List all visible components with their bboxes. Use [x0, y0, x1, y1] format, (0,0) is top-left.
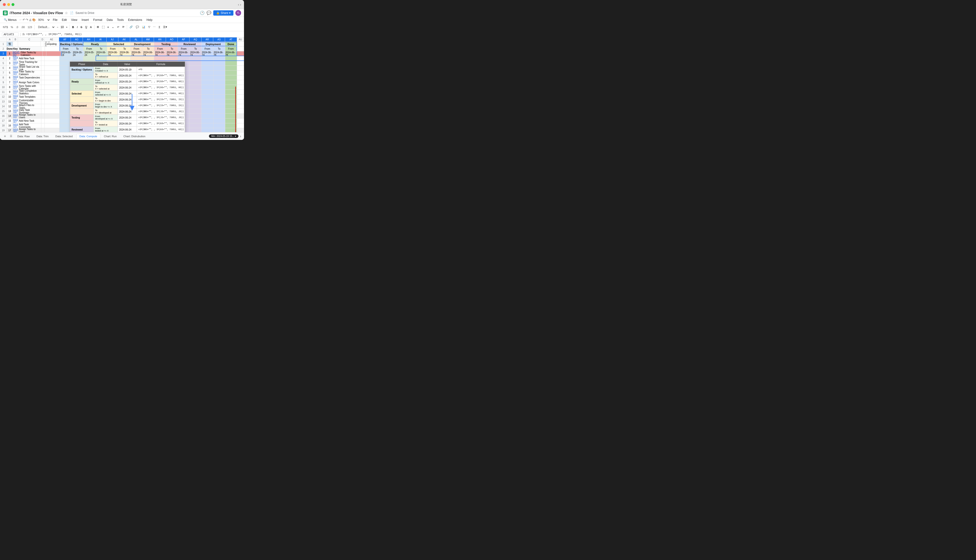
text-color-btn[interactable]: A — [89, 25, 93, 29]
filter-btn[interactable]: ▽ — [147, 25, 151, 29]
wrap-btn[interactable]: ↵ — [116, 25, 120, 29]
cell-a1[interactable]: 引 — [7, 42, 13, 46]
format-num-btn[interactable]: 123 — [27, 25, 33, 29]
col-ag[interactable]: AG — [71, 37, 83, 42]
comment-icon[interactable]: 💬 — [207, 10, 211, 15]
menu-edit[interactable]: Edit — [60, 18, 69, 22]
print-btn[interactable]: 🖨 — [29, 18, 32, 22]
undo-btn[interactable]: ↶ — [23, 18, 25, 22]
tab-data-trim[interactable]: Data: Trim — [33, 133, 52, 139]
col-aj[interactable]: AJ — [107, 37, 119, 42]
italic-btn[interactable]: I — [76, 25, 79, 29]
col-au[interactable]: AU — [237, 37, 244, 42]
col-c[interactable]: C — [18, 37, 40, 42]
col-al[interactable]: AL — [130, 37, 142, 42]
percent-btn[interactable]: % — [10, 25, 14, 29]
minimize-button[interactable] — [7, 3, 10, 6]
col-a[interactable]: A — [7, 37, 13, 42]
note-btn[interactable]: 注▾ — [162, 25, 168, 29]
cell-key[interactable]: IM24T-321 — [13, 80, 18, 85]
font-family-select[interactable]: Default... — [36, 25, 55, 30]
tab-chart-distribution[interactable]: Chart: Distrubution — [120, 133, 149, 139]
border-btn[interactable]: ⊞ — [96, 25, 100, 29]
cell-key[interactable]: IM24T-355 — [13, 56, 18, 61]
cell-b3[interactable]: IM24T-342 — [13, 51, 20, 56]
tab-data-compute[interactable]: Data: Compute — [76, 133, 100, 139]
col-an[interactable]: AN — [154, 37, 166, 42]
sheet-menu-button[interactable]: ☰ — [8, 133, 14, 139]
cell-key[interactable]: IM24T-333 — [13, 114, 18, 118]
col-as[interactable]: AS — [213, 37, 225, 42]
strikethrough-btn[interactable]: S — [80, 25, 83, 29]
redo-btn[interactable]: ↷ — [26, 18, 28, 22]
file-icon[interactable]: 📄 — [70, 11, 74, 15]
grid-row-3[interactable]: 1 IM24T-342 Filter Tasks by Category 202… — [7, 51, 244, 56]
zoom-select[interactable]: 90%100%75% — [36, 18, 50, 22]
col-ar[interactable]: AR — [202, 37, 213, 42]
underline-btn[interactable]: U̲ — [84, 25, 88, 29]
menu-tools[interactable]: Tools — [115, 18, 125, 22]
col-ao[interactable]: AO — [166, 37, 178, 42]
history-icon[interactable]: 🕐 — [200, 10, 205, 15]
cell-key[interactable]: IM24T-309 — [13, 104, 18, 109]
menu-menus[interactable]: 🔍 Menus — [2, 18, 18, 22]
chart-btn[interactable]: 📊 — [141, 25, 146, 29]
add-sheet-button[interactable]: + — [2, 133, 8, 139]
font-increase-btn[interactable]: + — [65, 25, 68, 29]
cell-key[interactable]: IM24T-313 — [13, 85, 18, 90]
menu-file[interactable]: File — [51, 18, 59, 22]
merge-btn[interactable]: ⛶ — [101, 25, 105, 29]
cell-reference-input[interactable] — [2, 32, 19, 36]
menu-insert[interactable]: Insert — [80, 18, 91, 22]
cell-key[interactable]: IM24T-303 — [13, 70, 18, 75]
menu-view[interactable]: View — [69, 18, 79, 22]
col-ap[interactable]: AP — [178, 37, 189, 42]
col-b[interactable]: B — [13, 37, 18, 42]
col-ai[interactable]: AI — [95, 37, 106, 42]
bold-btn[interactable]: B — [71, 25, 75, 29]
menu-help[interactable]: Help — [145, 18, 154, 22]
menu-data[interactable]: Data — [105, 18, 115, 22]
cell-key[interactable]: IM24T-317 — [13, 61, 18, 65]
cell-key[interactable]: IM24T-336 — [13, 109, 18, 113]
rotate-btn[interactable]: ⟳ — [121, 25, 125, 29]
col-am[interactable]: AM — [142, 37, 154, 42]
col-ae[interactable]: AE — [44, 37, 59, 42]
col-ah[interactable]: AH — [83, 37, 95, 42]
col-ak[interactable]: AK — [119, 37, 130, 42]
tab-data-raw[interactable]: Data: Raw — [14, 133, 33, 139]
cell-key[interactable]: IM24T-359 — [13, 128, 18, 132]
cell-key[interactable]: IM24T-318 — [13, 66, 18, 70]
cell-key[interactable]: IM24T-324 — [13, 75, 18, 80]
valign-btn[interactable]: ⫠ — [111, 25, 115, 29]
col-aq[interactable]: AQ — [189, 37, 201, 42]
tab-chart-run[interactable]: Chart: Run — [101, 133, 120, 139]
col-af[interactable]: AF — [59, 37, 71, 42]
menu-extensions[interactable]: Extensions — [126, 18, 144, 22]
close-button[interactable] — [3, 3, 6, 6]
cell-key[interactable]: IM24T-360 — [13, 95, 18, 99]
chevron-right-icon[interactable]: › — [239, 133, 242, 139]
dec-dec-btn[interactable]: .0 — [15, 25, 19, 29]
dec-inc-btn[interactable]: .00 — [20, 25, 26, 29]
menu-format[interactable]: Format — [91, 18, 104, 22]
currency-btn[interactable]: NT$ — [2, 25, 9, 29]
comment-btn[interactable]: 💬 — [135, 25, 140, 29]
cell-key[interactable]: IM24T-334 — [13, 99, 18, 104]
status-badge[interactable]: Min: 2024-05-19 15... ▾ — [209, 134, 239, 138]
cell-key[interactable]: IM24T-310 — [13, 90, 18, 94]
cell-key[interactable]: IM24T-329 — [13, 123, 18, 128]
font-decrease-btn[interactable]: − — [56, 25, 58, 29]
tab-data-selected[interactable]: Data: Selected — [52, 133, 76, 139]
align-btn[interactable]: ≡ — [106, 25, 110, 29]
link-btn[interactable]: 🔗 — [129, 25, 134, 29]
more-btn[interactable]: ⋯ — [152, 25, 157, 29]
paint-btn[interactable]: 🎨 — [32, 18, 36, 22]
sum-btn[interactable]: Σ — [157, 25, 161, 29]
maximize-button[interactable] — [12, 3, 14, 6]
cell-key[interactable]: IM24T-357 — [13, 118, 18, 123]
star-icon[interactable]: ☆ — [65, 11, 68, 15]
col-at[interactable]: AT — [225, 37, 237, 42]
col-d[interactable]: D — [41, 37, 44, 42]
nav-arrows[interactable]: ‹ › — [238, 3, 241, 7]
